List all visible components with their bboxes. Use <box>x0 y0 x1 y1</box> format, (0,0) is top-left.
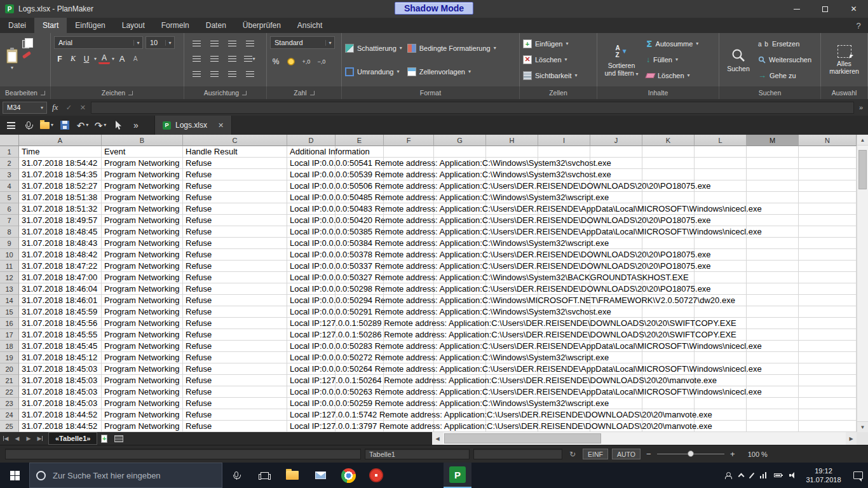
cell[interactable]: Local IP:0.0.0.0:50259 Remote address: A… <box>290 398 609 409</box>
sheet-row-15[interactable]: 1531.07.2018 18:45:59Program NetworkingR… <box>0 306 857 318</box>
align-left-button[interactable] <box>191 38 202 50</box>
fill-button[interactable]: ↓ Füllen ▾ <box>646 53 698 67</box>
column-header-D[interactable]: D <box>287 135 336 146</box>
close-button[interactable]: ✕ <box>839 0 868 18</box>
row-header-23[interactable]: 23 <box>0 398 19 409</box>
cell[interactable]: Refuse <box>186 375 212 386</box>
tab-einfügen[interactable]: Einfügen <box>67 18 113 33</box>
column-header-A[interactable]: A <box>19 135 102 146</box>
undo-button[interactable]: ↶▾ <box>74 117 91 133</box>
sheet-row-4[interactable]: 431.07.2018 18:52:27Program NetworkingRe… <box>0 180 857 192</box>
autosum-button[interactable]: Σ Autosumme ▾ <box>646 37 698 51</box>
percent-format-button[interactable]: % <box>270 55 281 67</box>
row-header-14[interactable]: 14 <box>0 295 19 306</box>
cell[interactable]: Local IP:127.0.0.1:50289 Remote address:… <box>290 318 736 329</box>
cancel-entry-button[interactable]: ✕ <box>77 104 88 112</box>
taskbar-clock[interactable]: 19:12 31.07.2018 <box>804 466 843 484</box>
cell[interactable]: Program Networking <box>104 215 180 226</box>
shrink-font-button[interactable]: A <box>130 53 141 65</box>
cell[interactable]: 31.07.2018 18:48:45 <box>22 226 97 237</box>
pen-icon[interactable] <box>751 472 752 479</box>
group-expander-icon[interactable] <box>310 91 315 95</box>
cell[interactable]: Handle Result <box>186 146 238 157</box>
grid-body[interactable]: 1TimeEventHandle ResultAdditional Inform… <box>0 146 857 432</box>
cell[interactable]: 31.07.2018 18:48:43 <box>22 238 97 248</box>
cell[interactable]: Refuse <box>186 329 212 340</box>
cell[interactable]: Local IP:127.0.0.1:50286 Remote address:… <box>290 329 736 340</box>
cell[interactable]: Program Networking <box>104 375 180 386</box>
cell[interactable]: Refuse <box>186 409 212 420</box>
row-header-15[interactable]: 15 <box>0 306 19 318</box>
tab-formeln[interactable]: Formeln <box>153 18 198 33</box>
cell[interactable]: Refuse <box>186 295 212 306</box>
sheet-row-14[interactable]: 1431.07.2018 18:46:01Program NetworkingR… <box>0 295 857 306</box>
group-expander-icon[interactable] <box>128 91 133 95</box>
cell[interactable]: 31.07.2018 18:45:55 <box>22 329 97 340</box>
cell[interactable]: Program Networking <box>104 169 180 180</box>
cell[interactable]: Local IP:127.0.0.1:50264 Remote address:… <box>290 375 717 386</box>
cell[interactable]: 31.07.2018 18:45:12 <box>22 352 97 363</box>
document-tab[interactable]: P Logs.xlsx ✕ <box>154 116 232 135</box>
column-header-B[interactable]: B <box>102 135 183 146</box>
insert-cells-button[interactable]: + Einfügen ▾ <box>523 37 593 51</box>
cell[interactable]: Refuse <box>186 352 212 363</box>
cell[interactable]: Local IP:0.0.0.0:50485 Remote address: A… <box>290 192 609 203</box>
row-header-20[interactable]: 20 <box>0 363 19 375</box>
network-icon[interactable] <box>760 472 766 478</box>
notification-center-button[interactable] <box>851 471 863 479</box>
paste-button[interactable]: ▾ <box>3 36 21 83</box>
formula-bar-more-button[interactable]: » <box>857 104 865 111</box>
number-format-select[interactable]: Standard ▾ <box>270 36 335 49</box>
row-header-18[interactable]: 18 <box>0 341 19 352</box>
cell[interactable]: Program Networking <box>104 318 180 329</box>
sheet-row-11[interactable]: 1131.07.2018 18:47:22Program NetworkingR… <box>0 261 857 272</box>
sheet-row-2[interactable]: 231.07.2018 18:54:42Program NetworkingRe… <box>0 158 857 169</box>
tab-datei[interactable]: Datei <box>0 18 34 33</box>
cell-styles-button[interactable]: Zellenvorlagen ▾ <box>407 65 496 79</box>
cell[interactable]: Local IP:0.0.0.0:50272 Remote address: A… <box>290 352 609 363</box>
cell[interactable]: Refuse <box>186 261 212 271</box>
cell[interactable]: 31.07.2018 18:52:27 <box>22 180 97 191</box>
delete-cells-button[interactable]: ✕ Löschen ▾ <box>523 53 593 67</box>
show-hidden-icons-button[interactable] <box>739 472 743 478</box>
font-color-button[interactable]: A <box>98 53 110 64</box>
cell[interactable]: Program Networking <box>104 261 180 271</box>
chevron-down-icon[interactable]: ▾ <box>94 57 97 62</box>
last-sheet-button[interactable]: ▶ <box>34 432 46 445</box>
cell[interactable]: Refuse <box>186 192 212 203</box>
refresh-icon[interactable]: ↻ <box>566 450 579 459</box>
remove-decimal-button[interactable]: −,0 <box>316 55 327 67</box>
cell[interactable]: Local IP:0.0.0.0:50378 Remote address: A… <box>290 249 711 260</box>
cell[interactable]: Local IP:127.0.0.1:5742 Remote address: … <box>290 409 712 420</box>
cell[interactable]: 31.07.2018 18:54:42 <box>22 158 97 168</box>
cell[interactable]: Program Networking <box>104 203 180 214</box>
column-header-N[interactable]: N <box>799 135 857 146</box>
sort-filter-button[interactable]: AZ ▼ Sortieren und filtern ▾ <box>600 36 642 83</box>
pointer-mode-button[interactable] <box>110 117 126 133</box>
tab-daten[interactable]: Daten <box>198 18 234 33</box>
user-icon[interactable] <box>725 472 731 479</box>
wrap-text-button[interactable] <box>244 69 255 81</box>
cell[interactable]: 31.07.2018 18:47:22 <box>22 261 97 271</box>
column-header-M[interactable]: M <box>747 135 799 146</box>
select-all-button[interactable]: Alles markieren <box>825 36 864 83</box>
cell[interactable]: Refuse <box>186 203 212 214</box>
orientation-button[interactable] <box>191 69 202 81</box>
sheet-row-19[interactable]: 1931.07.2018 18:45:12Program NetworkingR… <box>0 352 857 363</box>
find-next-button[interactable]: Weitersuchen <box>758 53 811 67</box>
column-header-L[interactable]: L <box>695 135 747 146</box>
cell[interactable]: 31.07.2018 18:47:00 <box>22 272 97 283</box>
cell[interactable]: Program Networking <box>104 329 180 340</box>
cell[interactable]: Event <box>104 146 125 157</box>
add-decimal-button[interactable]: +,0 <box>301 55 312 67</box>
merge-cells-button[interactable]: ▾ <box>243 53 256 65</box>
format-painter-button[interactable] <box>22 53 31 57</box>
cell[interactable]: 31.07.2018 18:46:01 <box>22 295 97 306</box>
sheet-list-button[interactable] <box>111 432 126 445</box>
chrome-button[interactable] <box>334 463 362 488</box>
sheet-row-3[interactable]: 331.07.2018 18:54:35Program NetworkingRe… <box>0 169 857 180</box>
sheet-row-23[interactable]: 2331.07.2018 18:45:03Program NetworkingR… <box>0 398 857 409</box>
shading-button[interactable]: Schattierung ▾ <box>345 41 402 55</box>
row-header-4[interactable]: 4 <box>0 180 19 192</box>
row-header-9[interactable]: 9 <box>0 238 19 249</box>
